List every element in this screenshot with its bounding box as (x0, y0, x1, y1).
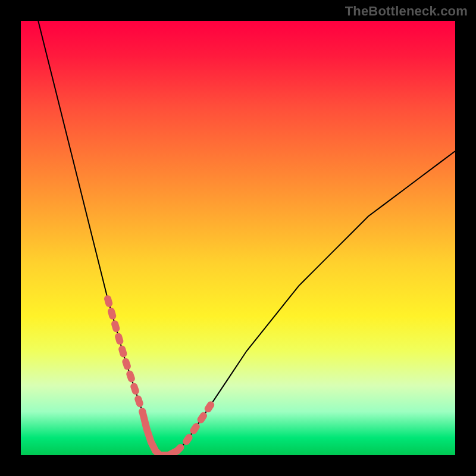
chart-frame: TheBottleneck.com (0, 0, 476, 476)
bottleneck-curve (38, 21, 455, 455)
curve-overlay (21, 21, 455, 455)
highlight-valley-floor (142, 412, 177, 455)
watermark-text: TheBottleneck.com (345, 4, 468, 19)
plot-area (21, 21, 455, 455)
highlight-right-ascent (177, 403, 212, 450)
